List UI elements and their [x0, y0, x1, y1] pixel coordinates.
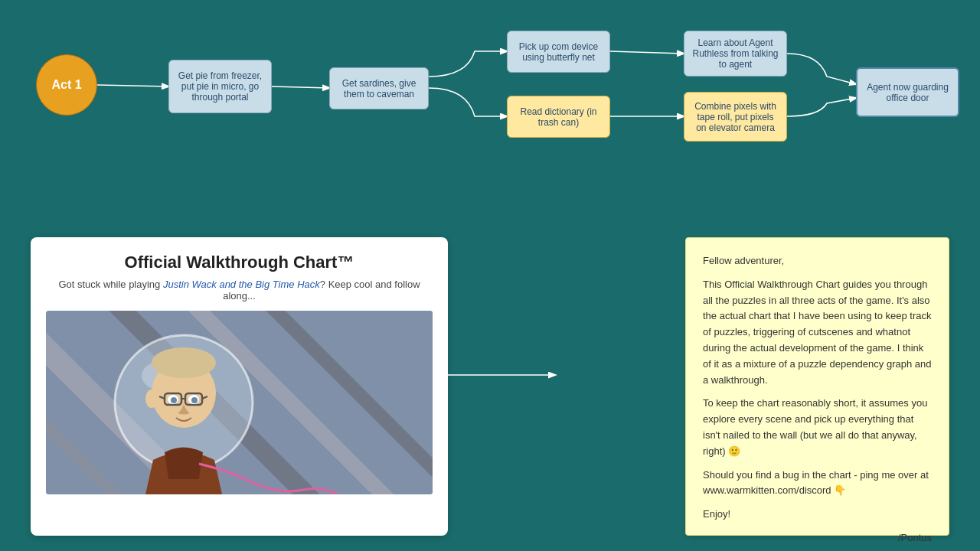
note-greeting: Fellow adventurer,	[703, 253, 932, 269]
walkthrough-card: Official Walkthrough Chart™ Got stuck wh…	[31, 237, 448, 536]
walkthrough-subtitle: Got stuck while playing Justin Wack and …	[46, 279, 433, 302]
bottom-section: Official Walkthrough Chart™ Got stuck wh…	[0, 226, 980, 547]
node-agent-guarding: Agent now guarding office door	[856, 67, 959, 117]
node-act1: Act 1	[36, 54, 97, 116]
subtitle-plain1: Got stuck while playing	[58, 279, 163, 290]
note-para4: Enjoy!	[703, 507, 932, 523]
note-para3: Should you find a bug in the chart - pin…	[703, 468, 932, 500]
svg-point-13	[152, 347, 216, 378]
node-combine-pixels: Combine pixels with tape roll, put pixel…	[684, 92, 787, 142]
note-para2: To keep the chart reasonably short, it a…	[703, 396, 932, 459]
subtitle-italic: Justin Wack and the Big Time Hack	[163, 279, 320, 290]
note-card: Fellow adventurer, This Official Walkthr…	[685, 237, 949, 536]
note-signature: /Pontus	[703, 530, 932, 546]
svg-line-1	[272, 86, 329, 88]
node-get-pie: Get pie from freezer, put pie in micro, …	[168, 60, 272, 113]
walkthrough-title: Official Walkthrough Chart™	[125, 253, 354, 272]
bottom-arrow-connector	[448, 367, 570, 383]
node-com-device: Pick up com device using butterfly net	[507, 31, 610, 73]
flowchart-area: Act 1 Get pie from freezer, put pie in m…	[0, 0, 980, 214]
note-para1: This Official Walkthrough Chart guides y…	[703, 277, 932, 389]
connector-lines	[0, 0, 980, 214]
node-get-sardines: Get sardines, give them to caveman	[329, 67, 429, 109]
svg-point-23	[145, 390, 158, 408]
background-svg	[46, 311, 433, 494]
game-illustration	[46, 311, 433, 494]
svg-line-2	[610, 51, 684, 54]
node-agent-ruthless: Learn about Agent Ruthless from talking …	[684, 31, 787, 77]
svg-point-22	[191, 397, 198, 403]
svg-line-0	[97, 85, 168, 86]
node-dictionary: Read dictionary (in trash can)	[507, 96, 610, 138]
svg-point-21	[171, 397, 177, 403]
